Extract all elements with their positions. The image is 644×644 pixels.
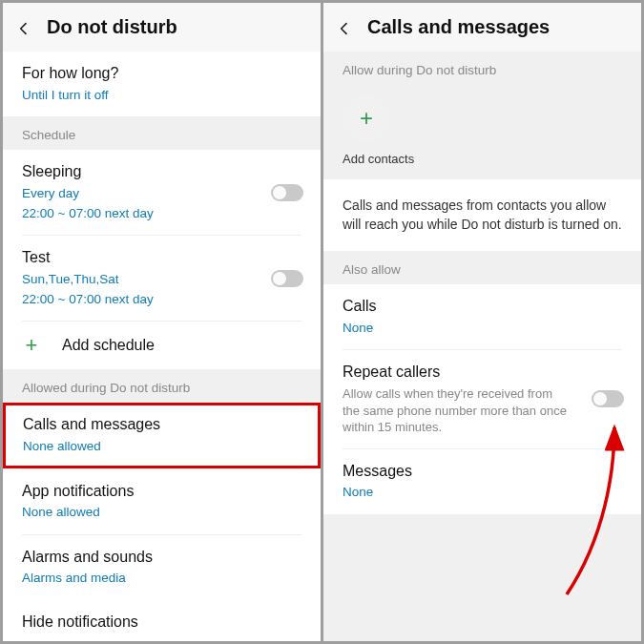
row-sub: Sun,Tue,Thu,Sat [22,271,252,288]
back-icon[interactable] [337,21,350,34]
row-sub: Every day [22,185,252,202]
page-title: Calls and messages [367,16,550,38]
row-title: Test [22,248,252,268]
right-panel: Calls and messages Allow during Do not d… [323,3,641,641]
row-sub: 22:00 ~ 07:00 next day [22,291,252,308]
row-title: Calls and messages [23,415,301,435]
add-schedule-label: Add schedule [62,337,155,354]
also-allow-label: Also allow [323,251,641,284]
for-how-long-card: For how long? Until I turn it off [3,52,321,116]
add-schedule-row[interactable]: + Add schedule [3,322,321,369]
calls-row[interactable]: Calls None [323,284,641,349]
row-sub: None allowed [23,438,301,455]
plus-icon: + [22,335,41,356]
row-sub: None allowed [22,504,301,521]
for-how-long-row[interactable]: For how long? Until I turn it off [3,52,321,116]
repeat-callers-toggle[interactable] [592,390,624,407]
hide-notifications-card: Hide notifications [3,600,321,641]
calls-messages-row[interactable]: Calls and messages None allowed [3,403,321,467]
add-contacts-button[interactable]: + [343,94,390,142]
row-title: Sleeping [22,162,252,182]
header: Do not disturb [3,3,321,52]
also-allow-card: Calls None Repeat callers Allow calls wh… [323,284,641,513]
row-title: Alarms and sounds [22,548,301,568]
row-sub: Alarms and media [22,570,301,587]
row-title: Hide notifications [22,613,301,633]
sleeping-row[interactable]: Sleeping Every day 22:00 ~ 07:00 next da… [3,150,321,235]
allowed-section-label: Allowed during Do not disturb [3,369,321,403]
row-title: For how long? [22,64,301,84]
schedule-section-label: Schedule [3,116,321,150]
repeat-callers-row[interactable]: Repeat callers Allow calls when they're … [323,350,641,447]
sleeping-toggle[interactable] [271,184,303,201]
test-toggle[interactable] [271,270,303,287]
alarms-sounds-row[interactable]: Alarms and sounds Alarms and media [3,535,321,600]
back-icon[interactable] [16,21,30,34]
row-sub: Allow calls when they're received from t… [343,385,572,436]
row-sub: Until I turn it off [22,87,301,104]
messages-row[interactable]: Messages None [323,449,641,514]
add-contacts-label: Add contacts [323,148,641,179]
schedules-card: Sleeping Every day 22:00 ~ 07:00 next da… [3,150,321,369]
add-contacts-block: + Add contacts [323,85,641,179]
app-notifications-row[interactable]: App notifications None allowed [3,469,321,534]
plus-icon: + [360,105,373,132]
row-sub: 22:00 ~ 07:00 next day [22,205,252,222]
left-panel: Do not disturb For how long? Until I tur… [3,3,321,641]
info-text: Calls and messages from contacts you all… [323,179,641,251]
row-sub: None [343,320,622,337]
hide-notifications-row[interactable]: Hide notifications [3,600,321,641]
allowed-card: Calls and messages None allowed App noti… [3,403,321,599]
row-title: Repeat callers [343,363,572,383]
test-row[interactable]: Test Sun,Tue,Thu,Sat 22:00 ~ 07:00 next … [3,236,321,321]
page-title: Do not disturb [47,16,177,38]
row-title: Messages [343,462,622,482]
row-title: Calls [343,297,622,317]
row-title: App notifications [22,482,301,502]
row-sub: None [343,484,622,501]
header: Calls and messages [323,3,641,52]
allow-section-label: Allow during Do not disturb [323,52,641,85]
